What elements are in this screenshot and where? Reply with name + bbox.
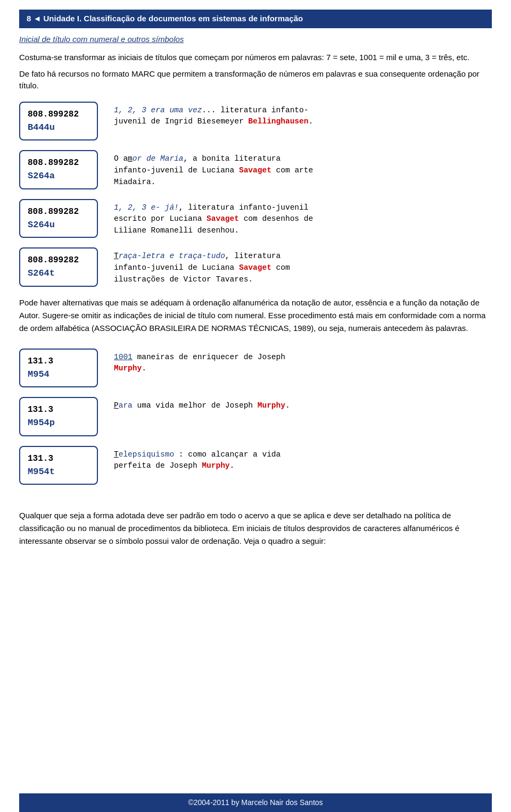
call-number-4: 808.899282 [28,254,89,267]
text-part: O a [114,154,128,163]
call-code-4: S264t [28,267,89,280]
text-part: Liliane Romanelli desenhou. [114,226,239,235]
text-part: m [128,154,133,163]
text-part: escrito por Luciana [114,214,207,223]
text-part: , literatura [225,252,281,260]
call-code-7: M954t [28,465,89,479]
text-part: or de Maria [133,154,184,163]
footer: ©2004-2011 by Marcelo Nair dos Santos [19,793,492,812]
call-number-6: 131.3 [28,403,89,416]
call-code-2: S264a [28,169,89,183]
example-text-3: 1, 2, 3 e- já!, literatura infanto-juven… [114,199,492,237]
text-part: com [271,263,290,272]
text-part: Para [114,401,133,410]
text-part: Savaget [239,166,271,175]
call-code-6: M954p [28,416,89,430]
call-box-5: 131.3 M954 [19,349,98,388]
example-text-1: 1, 2, 3 era uma vez... literatura infant… [114,102,492,128]
call-number-2: 808.899282 [28,156,89,169]
call-box-2: 808.899282 S264a [19,150,98,189]
text-part: ilustrações de Victor Tavares. [114,275,253,284]
body-paragraph-2: Qualquer que seja a forma adotada deve s… [19,509,492,548]
body-paragraph-1: Pode haver alternativas que mais se adéq… [19,296,492,335]
call-box-3: 808.899282 S264u [19,199,98,238]
subtitle-link[interactable]: Inicial de título com numeral e outros s… [19,34,492,46]
call-code-5: M954 [28,368,89,382]
call-code-3: S264u [28,218,89,232]
text-part: Miadaira. [114,178,155,186]
text-part: Savaget [207,214,239,223]
text-part: Murphy [114,364,142,372]
call-box-4: 808.899282 S264t [19,247,98,287]
page: 8 ◄ Unidade I. Classificação de document… [0,0,511,812]
text-part: . [285,401,290,410]
text-part: juvenil de Ingrid Biesemeyer [114,117,248,126]
example-row-5: 131.3 M954 1001 maneiras de enriquecer d… [19,349,492,388]
example-text-2: O amor de Maria, a bonita literatura inf… [114,150,492,188]
call-box-1: 808.899282 B444u [19,102,98,141]
call-number-1: 808.899282 [28,108,89,121]
example-row-1: 808.899282 B444u 1, 2, 3 era uma vez... … [19,102,492,141]
text-part: Savaget [239,263,271,272]
text-part: Bellinghausen [248,117,308,126]
example-text-7: Telepsiquismo : como alcançar a vida per… [114,446,492,473]
text-part: . [142,364,146,372]
text-part: P [114,401,119,410]
example-text-6: Para uma vida melhor de Joseph Murphy. [114,397,492,412]
example-row-2: 808.899282 S264a O amor de Maria, a boni… [19,150,492,189]
header-title: 8 ◄ Unidade I. Classificação de document… [27,14,303,23]
text-part: Murphy [202,461,229,470]
text-part: , literatura infanto-juvenil [179,203,309,212]
text-part: infanto-juvenil de Luciana [114,166,239,175]
text-part: ... literatura infanto- [202,106,308,114]
text-part: ara [119,401,133,410]
call-box-6: 131.3 M954p [19,397,98,436]
text-part: 1, 2, 3 e- já! [114,203,179,212]
text-part: T [114,252,119,260]
text-part: . [308,117,313,126]
text-part: . [230,461,235,470]
text-part: 1, 2, 3 era uma vez [114,106,202,114]
intro-paragraph-1: Costuma-se transformar as iniciais de tí… [19,52,492,64]
text-part: elepsiquismo [119,450,174,459]
text-part: : como alcançar a vida [174,450,281,459]
text-part: com arte [271,166,313,175]
text-part: maneiras de enriquecer de Joseph [133,353,285,361]
text-part: com desenhos de [239,214,313,223]
call-code-1: B444u [28,121,89,135]
text-part: perfeita de Joseph [114,461,202,470]
text-part: infanto-juvenil de Luciana [114,263,239,272]
text-part: Murphy [258,401,285,410]
text-part: raça-letra e traça-tudo [119,252,225,260]
example-text-5: 1001 maneiras de enriquecer de Joseph Mu… [114,349,492,375]
text-part: , a bonita literatura [184,154,281,163]
text-part: Telepsiquismo [114,450,174,459]
example-row-7: 131.3 M954t Telepsiquismo : como alcança… [19,446,492,485]
text-part: T [114,450,119,459]
header-bar: 8 ◄ Unidade I. Classificação de document… [19,10,492,28]
intro-paragraph-2: De fato há recursos no formato MARC que … [19,68,492,92]
text-part: T [114,252,119,260]
call-number-3: 808.899282 [28,205,89,218]
example-row-6: 131.3 M954p Para uma vida melhor de Jose… [19,397,492,436]
call-box-7: 131.3 M954t [19,446,98,485]
text-part: 1001 [114,353,133,361]
example-row-4: 808.899282 S264t Traça-letra e traça-tud… [19,247,492,287]
text-part: uma vida melhor de Joseph [133,401,258,410]
call-number-5: 131.3 [28,355,89,368]
example-row-3: 808.899282 S264u 1, 2, 3 e- já!, literat… [19,199,492,238]
footer-text: ©2004-2011 by Marcelo Nair dos Santos [188,798,323,807]
call-number-7: 131.3 [28,452,89,465]
example-text-4: Traça-letra e traça-tudo, literatura inf… [114,247,492,285]
